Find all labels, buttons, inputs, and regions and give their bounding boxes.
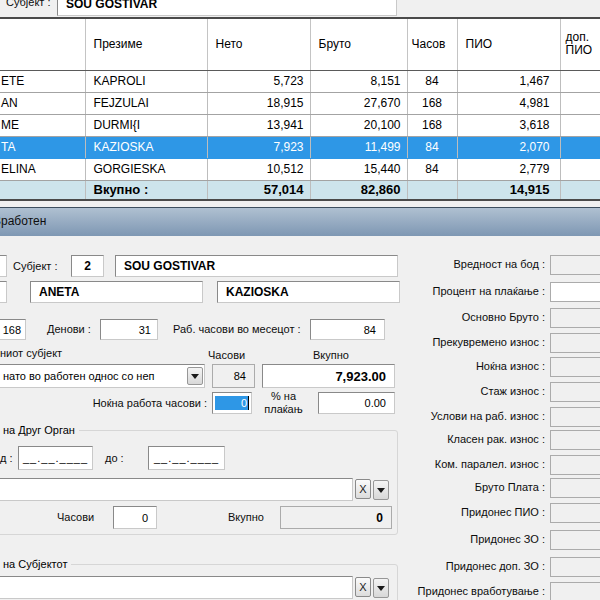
days-label: Денови : <box>47 323 91 335</box>
right-panel-field <box>550 530 600 550</box>
date-from-label: д : <box>0 452 13 464</box>
pct-pay-field[interactable]: 0.00 <box>318 392 395 414</box>
right-panel-field <box>550 382 600 402</box>
other-org-total-field: 0 <box>280 506 392 529</box>
chevron-down-icon <box>377 586 385 591</box>
col-header-gross: Бруто <box>310 19 407 70</box>
right-panel-label: Придонес ПИО : <box>408 506 545 518</box>
employee-table: Презиме Нето Бруто Часов ПИО доп.ПИО ETE… <box>0 17 600 201</box>
table-row[interactable]: ELINA GORGIESKA 10,512 15,440 84 2,779 <box>0 158 600 180</box>
right-panel-field <box>550 557 600 577</box>
right-panel-label: Придонес ЗО : <box>408 533 545 545</box>
right-panel-field <box>550 503 600 523</box>
right-panel-field <box>550 308 600 328</box>
total-net: 57,014 <box>207 180 310 199</box>
night-work-input[interactable]: 0 <box>212 392 252 414</box>
hours-168-field[interactable]: 168 <box>0 319 26 340</box>
col-header-net: Нето <box>207 19 310 70</box>
right-panel-label: Бруто Плата : <box>408 481 545 493</box>
col-header-pio: ПИО <box>457 19 560 70</box>
right-panel-label: Прекувремено износ : <box>408 336 545 348</box>
payroll-app-window: Субјект : SOU GOSTIVAR Презиме Нето Брут… <box>0 0 600 600</box>
right-panel-field <box>550 407 600 427</box>
col-header-hours: Часов <box>407 19 457 70</box>
clipped-field-sliver <box>0 255 7 277</box>
right-panel-field <box>550 582 600 600</box>
first-name-field[interactable]: ANETA <box>30 281 203 303</box>
other-org-total-label: Вкупно <box>228 511 264 523</box>
clipped-subject-label: ниот субјект <box>0 347 62 359</box>
right-panel-field[interactable] <box>550 282 600 302</box>
pct-pay-label: % наплаќањ <box>255 390 312 416</box>
right-panel-field <box>550 478 600 498</box>
clipped-field-sliver <box>0 281 7 303</box>
table-header-row: Презиме Нето Бруто Часов ПИО доп.ПИО <box>0 19 600 70</box>
type-total-field: 7,923.00 <box>262 364 395 388</box>
right-panel-field <box>550 455 600 475</box>
right-panel-label: Придонес вработување : <box>408 585 545 597</box>
right-panel-label: Придонес доп. ЗО : <box>408 560 545 572</box>
table-total-row: Вкупно : 57,014 82,860 14,915 <box>0 180 600 199</box>
other-org-hours-label: Часови <box>57 511 94 523</box>
date-from-field[interactable]: __.__.____ <box>18 446 93 470</box>
right-panel-label: Класен рак. износ : <box>408 433 545 445</box>
other-org-hours-field[interactable]: 0 <box>113 506 157 529</box>
right-panel-label: Услови на раб. износ : <box>408 410 545 422</box>
selected-text: 0 <box>215 396 249 410</box>
right-panel-field <box>550 333 600 353</box>
hours-column-header: Часови <box>208 349 245 361</box>
right-panel-label: Вредност на бод : <box>408 258 545 270</box>
total-column-header: Вкупно <box>313 349 349 361</box>
other-org-combobox[interactable] <box>0 478 353 501</box>
subject-code-field[interactable]: 2 <box>71 255 104 277</box>
employment-type-value: нато во работен однос со неп <box>3 370 155 382</box>
right-panel-label: Ком. паралел. износ : <box>408 458 545 470</box>
type-hours-field: 84 <box>212 364 255 388</box>
chevron-down-icon <box>377 488 385 493</box>
date-to-label: до : <box>105 452 124 464</box>
employment-type-combobox[interactable]: нато во работен однос со неп <box>0 364 205 388</box>
subject-dropdown-button[interactable] <box>373 578 389 598</box>
chevron-down-icon <box>191 374 199 379</box>
tab-employee[interactable]: Вработен <box>0 214 46 228</box>
month-hours-field[interactable]: 84 <box>310 319 385 340</box>
other-org-dropdown-button[interactable] <box>373 480 389 500</box>
night-work-label: Ноќна работа часови : <box>70 397 207 409</box>
subject-groupbox-title: на Субјектот <box>0 558 71 570</box>
right-panel-label: Основно Бруто : <box>408 311 545 323</box>
top-subject-label: Субјект : <box>6 0 51 8</box>
subject-clear-button[interactable]: X <box>355 577 371 597</box>
total-pio: 14,915 <box>457 180 560 199</box>
right-panel-field <box>550 430 600 450</box>
table-row[interactable]: ME DURMI{I 13,941 20,100 168 3,618 <box>0 114 600 136</box>
other-org-clear-button[interactable]: X <box>355 479 371 499</box>
right-panel-field <box>550 357 600 377</box>
right-panel-field <box>550 255 600 275</box>
date-to-field[interactable]: __.__.____ <box>148 446 225 470</box>
right-panel-label: Ноќна износ : <box>408 360 545 372</box>
month-hours-label: Раб. часови во месецот : <box>173 323 301 335</box>
col-header-dop-pio: доп.ПИО <box>560 19 600 70</box>
subject-name-field[interactable]: SOU GOSTIVAR <box>115 255 398 277</box>
other-org-title: на Друг Орган <box>0 424 79 436</box>
total-gross: 82,860 <box>310 180 407 199</box>
tab-bar: Вработен <box>0 207 600 236</box>
clear-x-icon: X <box>359 483 366 495</box>
subject-label: Субјект : <box>13 260 58 272</box>
top-subject-name-field[interactable]: SOU GOSTIVAR <box>57 0 397 16</box>
table-row[interactable]: AN FEJZULAI 18,915 27,670 168 4,981 <box>0 92 600 114</box>
employment-type-dropdown-button[interactable] <box>187 367 203 385</box>
days-field[interactable]: 31 <box>100 319 158 340</box>
table-row[interactable]: ETE KAPROLI 5,723 8,151 84 1,467 <box>0 70 600 92</box>
top-subject-name-value: SOU GOSTIVAR <box>66 0 157 11</box>
last-name-field[interactable]: KAZIOSKA <box>217 281 400 303</box>
right-panel-label: Стаж износ : <box>408 385 545 397</box>
table-row-selected[interactable]: TA KAZIOSKA 7,923 11,499 84 2,070 <box>0 136 600 158</box>
total-label: Вкупно : <box>85 180 207 199</box>
subject-combobox[interactable] <box>0 576 353 599</box>
right-panel-label: Процент на плаќање : <box>408 285 545 297</box>
top-subject-strip: Субјект : SOU GOSTIVAR <box>0 0 600 17</box>
col-header-surname: Презиме <box>85 19 207 70</box>
clear-x-icon: X <box>359 581 366 593</box>
col-header-name <box>0 19 85 70</box>
